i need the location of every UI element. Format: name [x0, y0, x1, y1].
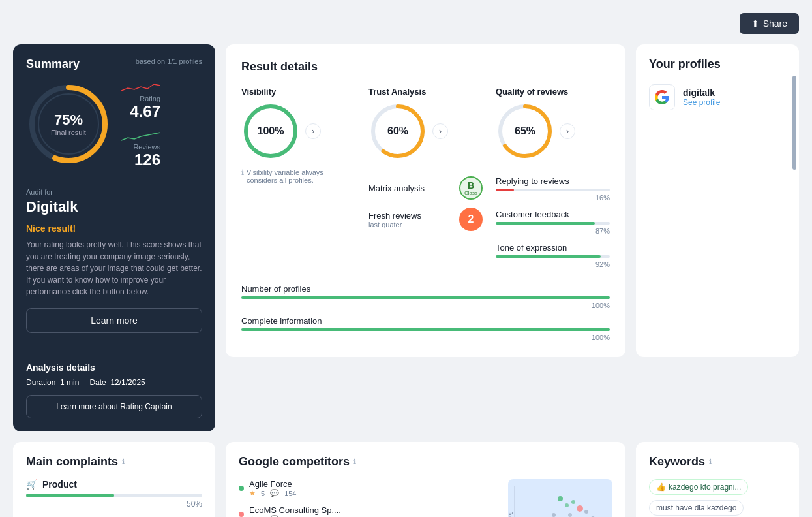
trust-percent: 60% [387, 125, 408, 137]
keyword-tag-1[interactable]: must have dla każdego [649, 500, 744, 516]
reviews-label: Reviews [133, 143, 160, 151]
result-details-title: Result details [241, 60, 610, 74]
trust-section: Trust Analysis 60% › Matrix analysi [368, 87, 483, 268]
reviews-stat: Reviews 126 [121, 127, 160, 169]
competitors-title: Google competitors [239, 455, 350, 469]
duration-item: Duration 1 min [26, 378, 79, 387]
keywords-list: 👍 każdego kto pragni... must have dla ka… [649, 479, 786, 517]
share-icon: ⬆ [751, 18, 759, 29]
class-badge: B Class [459, 176, 483, 200]
fresh-reviews-section: Fresh reviews last quater 2 [368, 208, 483, 231]
trust-arrow[interactable]: › [432, 123, 448, 139]
svg-point-20 [568, 513, 572, 517]
result-text: Your rating looks pretty well. This scor… [26, 239, 202, 298]
quality-metrics: Replying to reviews 16% Customer feedbac… [496, 176, 610, 268]
fresh-reviews-sublabel: last quater [368, 221, 451, 228]
class-sub: Class [464, 190, 477, 196]
summary-header: Summary based on 1/1 profiles [26, 57, 202, 71]
rating-captain-button[interactable]: Learn more about Rating Captain [26, 395, 202, 418]
agile-stats: ★ 5 💬 154 [249, 489, 296, 497]
ecoMs-name: EcoMS Consulting Sp.... [249, 505, 341, 515]
product-label: Product [42, 479, 77, 490]
summary-title: Summary [26, 57, 80, 71]
rating-value: 4.67 [130, 102, 160, 121]
date-item: Date 12/1/2025 [89, 378, 145, 387]
final-percent: 75% [51, 112, 86, 129]
bottom-section: Main complaints ℹ 🛒 Product 50% 🚗 Delive… [13, 442, 799, 517]
final-result-circle: 75% Final result [26, 82, 111, 166]
complaints-title-row: Main complaints ℹ [26, 455, 202, 469]
competitors-info-icon: ℹ [353, 458, 356, 466]
top-bar: ⬆ Share [13, 13, 799, 34]
svg-point-14 [565, 503, 569, 507]
quality-arrow[interactable]: › [560, 123, 575, 139]
trust-label: Trust Analysis [368, 87, 483, 97]
svg-text:Rating: Rating [508, 512, 513, 517]
learn-more-button[interactable]: Learn more [26, 308, 202, 333]
num-profiles-metric: Number of profiles 100% [241, 284, 610, 309]
complaints-card: Main complaints ℹ 🛒 Product 50% 🚗 Delive… [13, 442, 215, 517]
keywords-title: Keywords [649, 455, 705, 469]
keywords-title-row: Keywords ℹ [649, 455, 786, 469]
visibility-arrow[interactable]: › [305, 123, 321, 139]
quality-label: Quality of reviews [496, 87, 610, 97]
svg-point-15 [577, 505, 583, 512]
visibility-note: ℹ Visibility variable always considers a… [241, 168, 355, 184]
visibility-container: 100% › [241, 102, 355, 161]
num-profiles-value: 100% [241, 302, 610, 309]
profiles-title: Your profiles [649, 57, 786, 71]
agile-dot2: 💬 [270, 489, 279, 497]
keyword-thumb-up: 👍 [656, 482, 666, 492]
product-icon: 🛒 [26, 479, 37, 490]
visibility-percent: 100% [258, 125, 284, 137]
tone-metric: Tone of expression 92% [496, 243, 610, 268]
profile-name: digitalk [683, 87, 720, 98]
complaint-product-header: 🛒 Product [26, 479, 202, 490]
audit-section: Audit for Digitalk [26, 188, 202, 215]
bottom-grid: Main complaints ℹ 🛒 Product 50% 🚗 Delive… [13, 442, 799, 517]
analysis-row: Duration 1 min Date 12/1/2025 [26, 378, 202, 387]
trust-circle: 60% [368, 102, 427, 161]
svg-point-16 [584, 510, 588, 514]
ecoMs-dot [239, 512, 244, 517]
competitor-list: Agile Force ★ 5 💬 154 EcoMS Co [239, 479, 498, 517]
profile-metrics: Number of profiles 100% Complete informa… [241, 284, 610, 341]
complaint-product: 🛒 Product 50% [26, 479, 202, 509]
share-button[interactable]: ⬆ Share [740, 13, 799, 34]
agile-name: Agile Force [249, 479, 296, 489]
fresh-badge: 2 [459, 208, 483, 231]
feedback-value: 87% [496, 227, 610, 235]
profile-info: digitalk See profile [683, 87, 720, 107]
keywords-card: Keywords ℹ 👍 każdego kto pragni... must … [636, 442, 799, 517]
competitors-card: Google competitors ℹ Agile Force ★ 5 💬 [226, 442, 625, 517]
matrix-label: Matrix analysis [368, 183, 451, 193]
scrollbar [792, 76, 796, 170]
nice-result: Nice result! [26, 223, 202, 234]
svg-point-17 [552, 513, 556, 517]
rating-chart [121, 79, 160, 95]
competitors-chart: Rating Reviews [508, 479, 612, 517]
matrix-section: Matrix analysis B Class Fresh reviews la… [368, 176, 483, 231]
final-label: Final result [51, 129, 86, 136]
keyword-tag-0[interactable]: 👍 każdego kto pragni... [649, 479, 748, 495]
product-value: 50% [26, 499, 202, 509]
summary-card: Summary based on 1/1 profiles 75% Final … [13, 44, 215, 431]
profile-item: digitalk See profile [649, 84, 786, 110]
divider2 [26, 354, 202, 354]
info-icon: ℹ [241, 168, 244, 177]
summary-main: 75% Final result Rating 4.67 Reviews [26, 79, 202, 169]
quality-circle: 65% [496, 102, 554, 161]
complete-info-value: 100% [241, 334, 610, 341]
competitor-ecoMs: EcoMS Consulting Sp.... ★ 5 💬 138 [239, 505, 498, 517]
trust-container: 60% › [368, 102, 483, 161]
agile-dot [239, 486, 244, 491]
result-details-card: Result details Visibility 100% › ℹ [226, 44, 625, 357]
rating-stat: Rating 4.67 [121, 79, 160, 121]
main-grid: Summary based on 1/1 profiles 75% Final … [13, 44, 799, 431]
matrix-analysis: Matrix analysis B Class [368, 176, 483, 200]
summary-stats: Rating 4.67 Reviews 126 [121, 79, 160, 169]
agile-info: Agile Force ★ 5 💬 154 [249, 479, 296, 497]
profile-link[interactable]: See profile [683, 98, 720, 107]
complete-info-metric: Complete information 100% [241, 316, 610, 341]
replying-value: 16% [496, 194, 610, 202]
